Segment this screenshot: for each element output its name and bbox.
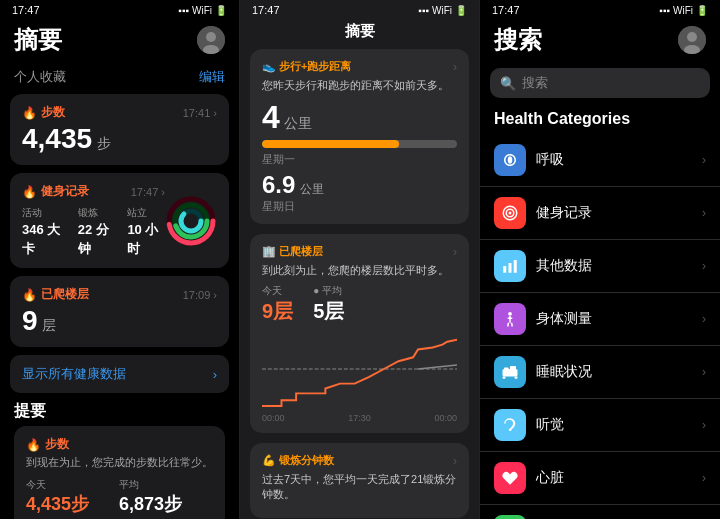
floor-chart — [262, 329, 457, 409]
chevron-icon — [702, 471, 706, 485]
categories-list: 呼吸 健身记录 其他数据 — [480, 134, 720, 519]
category-fitness[interactable]: 健身记录 — [480, 187, 720, 240]
svg-point-11 — [687, 32, 697, 42]
panel-right: 17:47 ▪▪▪ WiFi 🔋 搜索 🔍 搜索 Health Categori… — [480, 0, 720, 519]
search-bar[interactable]: 🔍 搜索 — [490, 68, 710, 98]
status-icons-right: ▪▪▪ WiFi 🔋 — [659, 5, 708, 16]
fitness-time: 17:47 › — [131, 186, 165, 198]
walking-unit2: 公里 — [300, 182, 324, 196]
floors-card[interactable]: 🔥 已爬楼层 17:09 › 9 层 — [10, 276, 229, 347]
tips-avg: 平均 6,873步 — [119, 478, 182, 516]
svg-rect-17 — [503, 266, 506, 273]
status-bar-middle: 17:47 ▪▪▪ WiFi 🔋 — [240, 0, 479, 18]
steps-time: 17:41 › — [183, 107, 217, 119]
walking-card[interactable]: 👟 步行+跑步距离 › 您昨天步行和跑步的距离不如前天多。 4 公里 星期一 6… — [250, 49, 469, 224]
category-sleep[interactable]: 睡眠状况 — [480, 346, 720, 399]
breathing-icon — [494, 144, 526, 176]
floors-avg-val: 5层 — [313, 298, 344, 325]
status-time-middle: 17:47 — [252, 4, 280, 16]
edit-button[interactable]: 编辑 — [199, 68, 225, 86]
floors-detail-card[interactable]: 🏢 已爬楼层 › 到此刻为止，您爬的楼层数比平时多。 今天 9层 ● 平均 5层 — [250, 234, 469, 433]
search-bar-container: 🔍 搜索 — [480, 64, 720, 106]
nutrition-icon — [494, 515, 526, 519]
svg-point-30 — [509, 428, 511, 430]
chevron-icon — [702, 259, 706, 273]
floors-unit: 层 — [42, 317, 56, 333]
steps-card[interactable]: 🔥 步数 17:41 › 4,435 步 — [10, 94, 229, 165]
svg-rect-27 — [510, 366, 516, 371]
category-breathing[interactable]: 呼吸 — [480, 134, 720, 187]
exercise-title: 💪 锻炼分钟数 — [262, 453, 334, 468]
activity-rings — [165, 195, 217, 247]
panel-middle: 17:47 ▪▪▪ WiFi 🔋 摘要 👟 步行+跑步距离 › 您昨天步行和跑步… — [240, 0, 480, 519]
category-other[interactable]: 其他数据 — [480, 240, 720, 293]
page-header-right: 搜索 — [480, 18, 720, 64]
svg-point-13 — [508, 156, 513, 164]
svg-rect-29 — [515, 377, 518, 379]
middle-title: 摘要 — [345, 22, 375, 41]
walking-desc: 您昨天步行和跑步的距离不如前天多。 — [262, 78, 457, 93]
steps-title: 🔥 步数 — [22, 104, 65, 121]
walking-day2: 星期日 — [262, 199, 457, 214]
walking-title: 👟 步行+跑步距离 — [262, 59, 352, 74]
tips-today: 今天 4,435步 — [26, 478, 89, 516]
fitness-record-icon — [494, 197, 526, 229]
tips-stats: 今天 4,435步 平均 6,873步 — [26, 478, 213, 516]
status-time-right: 17:47 — [492, 4, 520, 16]
svg-rect-28 — [503, 377, 506, 379]
walking-value2: 6.9 — [262, 171, 295, 198]
chevron-icon — [702, 418, 706, 432]
status-icons-left: ▪▪▪ WiFi 🔋 — [178, 5, 227, 16]
category-heart[interactable]: 心脏 — [480, 452, 720, 505]
status-time-left: 17:47 — [12, 4, 40, 16]
health-categories-title: Health Categories — [480, 106, 720, 134]
page-title-right: 搜索 — [494, 24, 542, 56]
exercise-card[interactable]: 💪 锻炼分钟数 › 过去7天中，您平均一天完成了21锻炼分钟数。 — [250, 443, 469, 518]
search-placeholder: 搜索 — [522, 74, 548, 92]
fitness-stats-row: 活动 346 大卡 锻炼 22 分钟 站立 10 小时 — [22, 206, 165, 258]
heart-rate-icon — [494, 462, 526, 494]
stand-item: 站立 10 小时 — [127, 206, 165, 258]
category-hearing[interactable]: 听觉 — [480, 399, 720, 452]
chevron-icon — [702, 206, 706, 220]
chevron-icon — [702, 153, 706, 167]
avatar-left[interactable] — [197, 26, 225, 54]
walking-unit: 公里 — [284, 115, 312, 131]
other-data-icon — [494, 250, 526, 282]
tips-card-title: 🔥 步数 — [26, 436, 213, 453]
panel-left: 17:47 ▪▪▪ WiFi 🔋 摘要 个人收藏 编辑 🔥 步数 17:41 › — [0, 0, 240, 519]
walking-value: 4 — [262, 99, 280, 135]
svg-point-16 — [509, 212, 512, 215]
walking-progress-fill — [262, 140, 399, 148]
svg-rect-19 — [514, 260, 517, 273]
status-icons-middle: ▪▪▪ WiFi 🔋 — [418, 5, 467, 16]
activity-item: 活动 346 大卡 — [22, 206, 66, 258]
category-nutrition[interactable]: 营养摄入 — [480, 505, 720, 519]
fitness-card[interactable]: 🔥 健身记录 17:47 › 活动 346 大卡 锻炼 22 分钟 站立 10 … — [10, 173, 229, 268]
show-all-button[interactable]: 显示所有健康数据 › — [10, 355, 229, 393]
tips-card[interactable]: 🔥 步数 到现在为止，您完成的步数比往常少。 今天 4,435步 平均 6,87… — [14, 426, 225, 519]
exercise-item: 锻炼 22 分钟 — [78, 206, 116, 258]
middle-header: 摘要 — [240, 18, 479, 45]
status-bar-right: 17:47 ▪▪▪ WiFi 🔋 — [480, 0, 720, 18]
svg-line-23 — [508, 323, 509, 327]
avatar-right[interactable] — [678, 26, 706, 54]
category-body[interactable]: 身体测量 — [480, 293, 720, 346]
chart-time-labels: 00:00 17:30 00:00 — [262, 413, 457, 423]
svg-rect-26 — [504, 368, 509, 371]
steps-unit: 步 — [97, 135, 111, 151]
floors-title: 🔥 已爬楼层 — [22, 286, 89, 303]
floors-time: 17:09 › — [183, 289, 217, 301]
exercise-desc: 过去7天中，您平均一天完成了21锻炼分钟数。 — [262, 472, 457, 502]
tips-desc: 到现在为止，您完成的步数比往常少。 — [26, 455, 213, 470]
walking-progress-bar — [262, 140, 457, 148]
floors-today-val: 9层 — [262, 298, 293, 325]
hearing-icon — [494, 409, 526, 441]
chevron-icon — [702, 312, 706, 326]
tips-section: 提要 🔥 步数 到现在为止，您完成的步数比往常少。 今天 4,435步 平均 6… — [0, 397, 239, 519]
svg-line-24 — [512, 323, 513, 327]
floors-value: 9 — [22, 305, 38, 336]
status-bar-left: 17:47 ▪▪▪ WiFi 🔋 — [0, 0, 239, 18]
svg-point-20 — [508, 312, 512, 316]
section-personal: 个人收藏 编辑 — [0, 64, 239, 90]
